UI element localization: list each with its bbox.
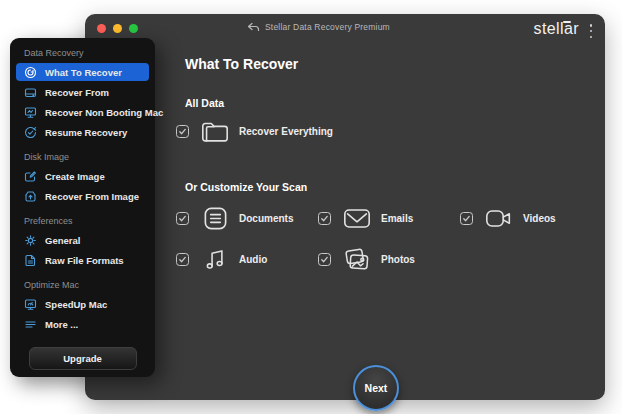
all-data-heading: All Data	[185, 97, 224, 109]
disk-pencil-icon	[24, 170, 37, 183]
sidebar-item-raw-file-formats[interactable]: Raw File Formats	[16, 251, 149, 269]
video-camera-icon	[484, 206, 514, 231]
folder-icon	[200, 118, 230, 145]
envelope-icon	[342, 206, 372, 231]
titlebar: Stellar Data Recovery Premium stellar	[85, 14, 605, 44]
scan-grid-row-2: Audio Photos	[176, 246, 460, 273]
page-title: What To Recover	[185, 56, 298, 72]
file-icon	[24, 254, 37, 267]
window-title: Stellar Data Recovery Premium	[265, 22, 390, 32]
emails-cell: Emails	[318, 205, 460, 232]
sidebar-item-recover-from-image[interactable]: Recover From Image	[16, 187, 149, 205]
stellar-logo: stellar	[534, 20, 579, 38]
upgrade-button[interactable]: Upgrade	[29, 347, 137, 370]
next-button[interactable]: Next	[353, 365, 399, 411]
scan-grid-row-1: Documents Emails	[176, 205, 602, 232]
stellar-logo-mark	[563, 21, 571, 23]
recover-everything-label: Recover Everything	[239, 126, 333, 137]
sidebar-item-label: Recover From Image	[45, 191, 139, 202]
documents-label: Documents	[239, 213, 293, 224]
emails-checkbox[interactable]	[318, 212, 331, 225]
sidebar-item-label: More ...	[45, 319, 78, 330]
documents-cell: Documents	[176, 205, 318, 232]
sidebar-item-general[interactable]: General	[16, 231, 149, 249]
recover-everything-row: Recover Everything	[176, 118, 318, 145]
sidebar-item-more[interactable]: More ...	[16, 315, 149, 333]
sidebar-item-recover-non-booting-mac[interactable]: Recover Non Booting Mac	[16, 103, 149, 121]
photos-checkbox[interactable]	[318, 253, 331, 266]
app-window: Stellar Data Recovery Premium stellar Wh…	[85, 14, 605, 400]
traffic-lights	[97, 24, 138, 33]
audio-cell: Audio	[176, 246, 318, 273]
music-note-icon	[200, 246, 230, 273]
speedup-icon	[24, 298, 37, 311]
videos-checkbox[interactable]	[460, 212, 473, 225]
audio-label: Audio	[239, 254, 267, 265]
sidebar-item-label: Create Image	[45, 171, 105, 182]
sidebar-item-speedup-mac[interactable]: SpeedUp Mac	[16, 295, 149, 313]
more-lines-icon	[24, 318, 37, 331]
sidebar-item-label: SpeedUp Mac	[45, 299, 107, 310]
section-optimize-mac: Optimize Mac	[24, 280, 141, 290]
photos-cell: Photos	[318, 246, 460, 273]
sidebar-item-create-image[interactable]: Create Image	[16, 167, 149, 185]
drive-icon	[24, 86, 37, 99]
section-disk-image: Disk Image	[24, 152, 141, 162]
audio-checkbox[interactable]	[176, 253, 189, 266]
videos-label: Videos	[523, 213, 556, 224]
screen: Stellar Data Recovery Premium stellar Wh…	[0, 0, 622, 414]
sidebar-item-label: Raw File Formats	[45, 255, 124, 266]
photos-label: Photos	[381, 254, 415, 265]
document-lines-icon	[200, 205, 230, 232]
sidebar-item-label: General	[45, 235, 80, 246]
menu-kebab-icon[interactable]	[586, 24, 596, 38]
sidebar-item-label: What To Recover	[45, 67, 122, 78]
close-window-button[interactable]	[97, 24, 106, 33]
minimize-window-button[interactable]	[113, 24, 122, 33]
section-preferences: Preferences	[24, 216, 141, 226]
section-data-recovery: Data Recovery	[24, 48, 141, 58]
documents-checkbox[interactable]	[176, 212, 189, 225]
sidebar-item-what-to-recover[interactable]: What To Recover	[16, 63, 149, 81]
recover-dial-icon	[24, 66, 37, 79]
sidebar-item-label: Resume Recovery	[45, 127, 127, 138]
resume-icon	[24, 126, 37, 139]
sidebar: Data Recovery What To Recover Recover Fr…	[10, 38, 155, 377]
sidebar-item-label: Recover From	[45, 87, 109, 98]
customize-scan-heading: Or Customize Your Scan	[185, 181, 307, 193]
monitor-icon	[24, 106, 37, 119]
back-arrow-icon[interactable]	[247, 22, 260, 32]
sidebar-item-label: Recover Non Booting Mac	[45, 107, 163, 118]
videos-cell: Videos	[460, 205, 602, 232]
zoom-window-button[interactable]	[129, 24, 138, 33]
recover-everything-checkbox[interactable]	[176, 125, 189, 138]
emails-label: Emails	[381, 213, 413, 224]
sidebar-item-recover-from[interactable]: Recover From	[16, 83, 149, 101]
photos-icon	[342, 246, 372, 273]
disk-restore-icon	[24, 190, 37, 203]
gear-icon	[24, 234, 37, 247]
titlebar-center: Stellar Data Recovery Premium	[247, 22, 390, 32]
sidebar-item-resume-recovery[interactable]: Resume Recovery	[16, 123, 149, 141]
